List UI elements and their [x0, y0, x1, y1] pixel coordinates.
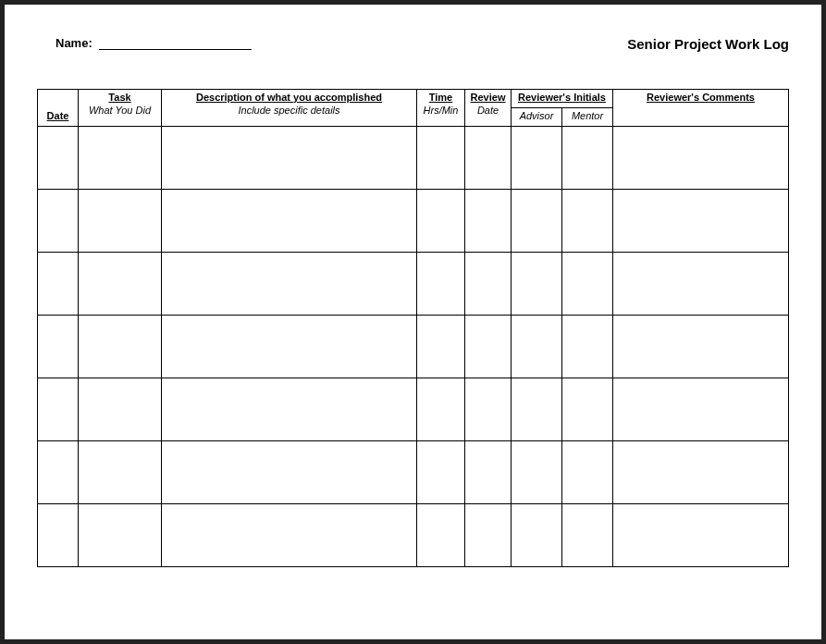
col-initials-label: Reviewer's Initials	[518, 92, 606, 103]
table-cell[interactable]	[417, 503, 465, 566]
table-cell[interactable]	[613, 503, 789, 566]
table-cell[interactable]	[79, 503, 162, 566]
col-task: Task What You Did	[79, 90, 162, 127]
table-cell[interactable]	[38, 503, 79, 566]
table-cell[interactable]	[512, 315, 562, 378]
table-cell[interactable]	[162, 252, 417, 315]
col-reviewer-initials: Reviewer's Initials	[512, 90, 613, 108]
col-review-sub: Date	[467, 105, 509, 118]
table-cell[interactable]	[417, 189, 465, 252]
table-row	[38, 378, 789, 440]
table-cell[interactable]	[162, 315, 417, 378]
table-cell[interactable]	[465, 503, 512, 566]
col-date: Date	[38, 90, 79, 127]
table-cell[interactable]	[562, 189, 613, 252]
col-mentor: Mentor	[562, 107, 613, 126]
table-row	[38, 440, 789, 503]
table-cell[interactable]	[562, 126, 613, 189]
document-title: Senior Project Work Log	[627, 36, 789, 52]
table-row	[38, 503, 789, 566]
header-row-1: Date Task What You Did Description of wh…	[38, 90, 789, 108]
name-input-line[interactable]	[99, 49, 252, 50]
table-cell[interactable]	[79, 440, 162, 503]
table-cell[interactable]	[465, 252, 512, 315]
col-desc-sub: Include specific details	[164, 105, 414, 118]
table-cell[interactable]	[465, 378, 512, 440]
col-comments: Reviewer's Comments	[613, 90, 789, 127]
table-cell[interactable]	[512, 126, 562, 189]
table-cell[interactable]	[38, 315, 79, 378]
table-cell[interactable]	[512, 440, 562, 503]
col-desc-label: Description of what you accomplished	[164, 92, 414, 105]
name-label: Name:	[55, 36, 92, 50]
table-cell[interactable]	[162, 126, 417, 189]
table-cell[interactable]	[613, 126, 789, 189]
col-task-sub: What You Did	[80, 105, 159, 118]
table-cell[interactable]	[417, 126, 465, 189]
table-cell[interactable]	[562, 378, 613, 440]
table-cell[interactable]	[562, 252, 613, 315]
table-cell[interactable]	[562, 503, 613, 566]
table-cell[interactable]	[512, 378, 562, 440]
col-advisor: Advisor	[512, 107, 562, 126]
table-cell[interactable]	[613, 252, 789, 315]
table-cell[interactable]	[38, 440, 79, 503]
col-date-label: Date	[47, 110, 69, 121]
table-cell[interactable]	[512, 252, 562, 315]
col-comments-label: Reviewer's Comments	[647, 92, 755, 103]
col-advisor-label: Advisor	[520, 110, 554, 121]
table-cell[interactable]	[79, 315, 162, 378]
table-cell[interactable]	[512, 189, 562, 252]
table-cell[interactable]	[38, 189, 79, 252]
table-cell[interactable]	[38, 126, 79, 189]
table-body	[38, 126, 789, 566]
work-log-table: Date Task What You Did Description of wh…	[37, 89, 789, 567]
col-time-label: Time	[419, 92, 462, 105]
table-cell[interactable]	[162, 189, 417, 252]
table-row	[38, 189, 789, 252]
table-cell[interactable]	[79, 378, 162, 440]
table-cell[interactable]	[512, 503, 562, 566]
table-cell[interactable]	[562, 315, 613, 378]
table-cell[interactable]	[465, 126, 512, 189]
col-review-label: Review	[467, 92, 509, 105]
table-cell[interactable]	[417, 252, 465, 315]
table-cell[interactable]	[417, 378, 465, 440]
table-row	[38, 315, 789, 378]
name-field: Name:	[55, 36, 252, 50]
table-cell[interactable]	[79, 189, 162, 252]
col-mentor-label: Mentor	[572, 110, 603, 121]
table-cell[interactable]	[465, 189, 512, 252]
table-cell[interactable]	[465, 440, 512, 503]
table-cell[interactable]	[465, 315, 512, 378]
table-row	[38, 252, 789, 315]
table-cell[interactable]	[562, 440, 613, 503]
col-task-label: Task	[80, 92, 159, 105]
table-cell[interactable]	[162, 503, 417, 566]
col-description: Description of what you accomplished Inc…	[162, 90, 417, 127]
page-header: Name: Senior Project Work Log	[37, 32, 789, 52]
table-cell[interactable]	[417, 440, 465, 503]
table-cell[interactable]	[613, 315, 789, 378]
table-row	[38, 126, 789, 189]
table-cell[interactable]	[162, 378, 417, 440]
table-cell[interactable]	[79, 252, 162, 315]
table-cell[interactable]	[79, 126, 162, 189]
col-time-sub: Hrs/Min	[419, 105, 462, 118]
table-cell[interactable]	[613, 189, 789, 252]
table-cell[interactable]	[38, 378, 79, 440]
table-cell[interactable]	[613, 440, 789, 503]
table-cell[interactable]	[38, 252, 79, 315]
table-cell[interactable]	[162, 440, 417, 503]
col-time: Time Hrs/Min	[417, 90, 465, 127]
table-cell[interactable]	[613, 378, 789, 440]
table-cell[interactable]	[417, 315, 465, 378]
col-review: Review Date	[465, 90, 512, 127]
